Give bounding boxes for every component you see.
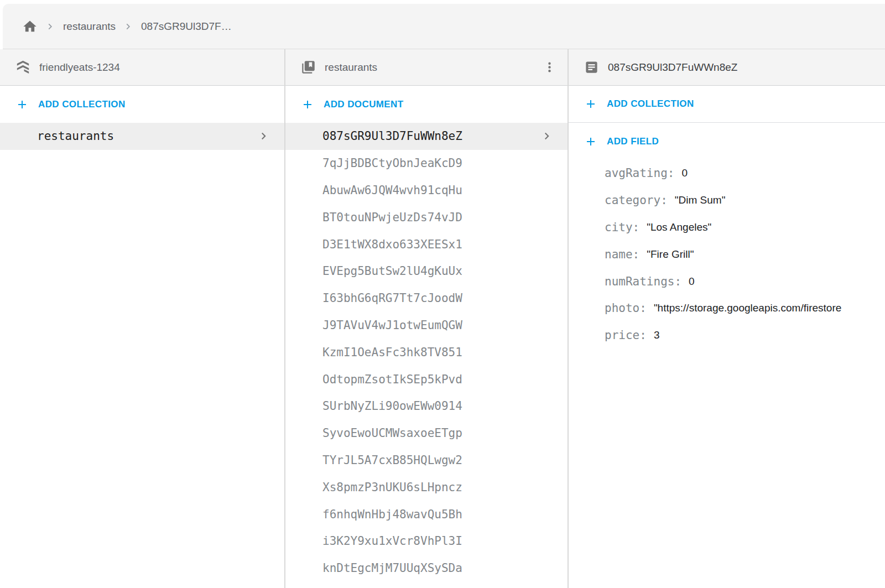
document-id: EVEpg5ButSw2lU4gKuUx <box>322 264 462 278</box>
document-list-item[interactable]: J9TAVuV4wJ1otwEumQGW <box>285 312 568 339</box>
document-id: I63bhG6qRG7Tt7cJoodW <box>322 292 462 305</box>
document-id: SyvoEwoUCMWsaxoeETgp <box>322 426 462 440</box>
document-panel: 087sGR9Ul3D7FuWWn8eZ ADD COLLECTION ADD … <box>569 49 885 588</box>
document-list: 087sGR9Ul3D7FuWWn8eZ 7qJjBDBCtyObnJeaKcD… <box>285 123 568 582</box>
collection-panel-header: restaurants <box>285 49 568 86</box>
field-value: "Fire Grill" <box>647 248 694 261</box>
document-list-item[interactable]: knDtEgcMjM7UUqXSySDa <box>285 555 568 582</box>
document-list-item[interactable]: 087sGR9Ul3D7FuWWn8eZ <box>285 123 568 150</box>
add-collection-label: ADD COLLECTION <box>38 99 126 110</box>
field-row[interactable]: city "Los Angeles" <box>569 214 885 241</box>
add-document-button[interactable]: ADD DOCUMENT <box>285 86 568 123</box>
firestore-database-icon <box>15 60 30 75</box>
field-row[interactable]: name "Fire Grill" <box>569 241 885 268</box>
document-id: TYrJL5A7cxB85HQLwgw2 <box>322 454 462 467</box>
document-list-item[interactable]: AbuwAw6JQW4wvh91cqHu <box>285 177 568 204</box>
chevron-right-icon <box>540 129 554 143</box>
database-panel-header: friendlyeats-1234 <box>0 49 284 86</box>
breadcrumb-collection[interactable]: restaurants <box>63 20 116 33</box>
field-key: photo <box>605 301 647 315</box>
field-row[interactable]: photo "https://storage.googleapis.com/fi… <box>569 295 885 322</box>
field-key: numRatings <box>605 275 681 288</box>
add-subcollection-label: ADD COLLECTION <box>607 98 694 110</box>
plus-icon <box>15 98 29 111</box>
firestore-panel-columns: friendlyeats-1234 ADD COLLECTION restaur… <box>0 49 885 588</box>
document-id: Xs8pmzP3nUKU6sLHpncz <box>322 481 462 494</box>
document-list-item[interactable]: Xs8pmzP3nUKU6sLHpncz <box>285 473 568 501</box>
field-value: 0 <box>689 275 695 288</box>
document-id: J9TAVuV4wJ1otwEumQGW <box>322 319 462 332</box>
add-document-label: ADD DOCUMENT <box>324 99 404 110</box>
field-key: category <box>605 194 668 207</box>
collection-panel: restaurants ADD DOCUMENT 087sGR9Ul3D7FuW… <box>285 49 569 588</box>
document-id: f6nhqWnHbj48wavQu5Bh <box>322 508 462 521</box>
collection-list-item[interactable]: restaurants <box>0 123 284 150</box>
field-row[interactable]: price 3 <box>569 322 885 349</box>
document-id: KzmI1OeAsFc3hk8TV851 <box>322 346 462 359</box>
document-list-item[interactable]: D3E1tWX8dxo633XEESx1 <box>285 231 568 258</box>
field-key: city <box>605 221 639 234</box>
document-list-item[interactable]: f6nhqWnHbj48wavQu5Bh <box>285 501 568 528</box>
field-value: 0 <box>681 167 688 179</box>
collection-title: restaurants <box>325 61 377 74</box>
document-id: SUrbNyZLi90owEWw0914 <box>322 399 462 413</box>
document-panel-header: 087sGR9Ul3D7FuWWn8eZ <box>569 49 885 86</box>
add-field-label: ADD FIELD <box>607 136 659 147</box>
database-title: friendlyeats-1234 <box>39 61 120 74</box>
document-icon <box>584 60 599 75</box>
document-list-item[interactable]: i3K2Y9xu1xVcr8VhPl3I <box>285 528 568 555</box>
document-list-item[interactable]: BT0touNPwjeUzDs74vJD <box>285 204 568 231</box>
field-value: "Dim Sum" <box>675 194 726 206</box>
add-collection-button[interactable]: ADD COLLECTION <box>0 86 284 123</box>
document-id: i3K2Y9xu1xVcr8VhPl3I <box>322 534 462 548</box>
field-list: avgRating 0 category "Dim Sum" city "Los… <box>569 160 885 349</box>
breadcrumb: restaurants 087sGR9Ul3D7F… <box>3 4 885 49</box>
document-list-item[interactable]: TYrJL5A7cxB85HQLwgw2 <box>285 447 568 474</box>
document-id: 7qJjBDBCtyObnJeaKcD9 <box>322 157 462 170</box>
document-id: OdtopmZsotIkSEp5kPvd <box>322 373 462 386</box>
document-id: AbuwAw6JQW4wvh91cqHu <box>322 184 462 197</box>
document-id: knDtEgcMjM7UUqXSySDa <box>322 561 462 575</box>
document-list-item[interactable]: OdtopmZsotIkSEp5kPvd <box>285 366 568 393</box>
plus-icon <box>584 135 597 148</box>
document-list-item[interactable]: SUrbNyZLi90owEWw0914 <box>285 393 568 420</box>
document-list-item[interactable]: I63bhG6qRG7Tt7cJoodW <box>285 285 568 312</box>
document-list-item[interactable]: KzmI1OeAsFc3hk8TV851 <box>285 339 568 366</box>
field-key: name <box>605 248 639 261</box>
field-value: "https://storage.googleapis.com/firestor… <box>654 302 841 314</box>
collection-list: restaurants <box>0 123 284 150</box>
chevron-right-icon <box>122 20 134 33</box>
collection-name: restaurants <box>37 129 114 143</box>
plus-icon <box>584 97 597 111</box>
home-icon[interactable] <box>22 19 38 34</box>
field-key: price <box>605 329 647 342</box>
database-panel: friendlyeats-1234 ADD COLLECTION restaur… <box>0 49 285 588</box>
field-value: 3 <box>654 329 660 341</box>
document-title: 087sGR9Ul3D7FuWWn8eZ <box>608 61 737 74</box>
field-row[interactable]: category "Dim Sum" <box>569 187 885 214</box>
field-value: "Los Angeles" <box>647 221 711 233</box>
field-key: avgRating <box>605 166 674 180</box>
add-field-button[interactable]: ADD FIELD <box>569 123 885 160</box>
document-id: D3E1tWX8dxo633XEESx1 <box>322 238 462 251</box>
collections-bookmark-icon <box>301 60 316 75</box>
field-row[interactable]: avgRating 0 <box>569 160 885 187</box>
add-subcollection-button[interactable]: ADD COLLECTION <box>569 86 885 123</box>
document-list-item[interactable]: SyvoEwoUCMWsaxoeETgp <box>285 420 568 447</box>
document-id: BT0touNPwjeUzDs74vJD <box>322 211 462 224</box>
breadcrumb-document: 087sGR9Ul3D7F… <box>141 20 232 33</box>
document-list-item[interactable]: 7qJjBDBCtyObnJeaKcD9 <box>285 150 568 177</box>
more-vert-icon[interactable] <box>540 58 559 76</box>
plus-icon <box>301 98 314 111</box>
chevron-right-icon <box>44 20 56 33</box>
document-list-item[interactable]: EVEpg5ButSw2lU4gKuUx <box>285 258 568 285</box>
document-id: 087sGR9Ul3D7FuWWn8eZ <box>322 129 462 143</box>
field-row[interactable]: numRatings 0 <box>569 268 885 295</box>
chevron-right-icon <box>257 129 271 143</box>
